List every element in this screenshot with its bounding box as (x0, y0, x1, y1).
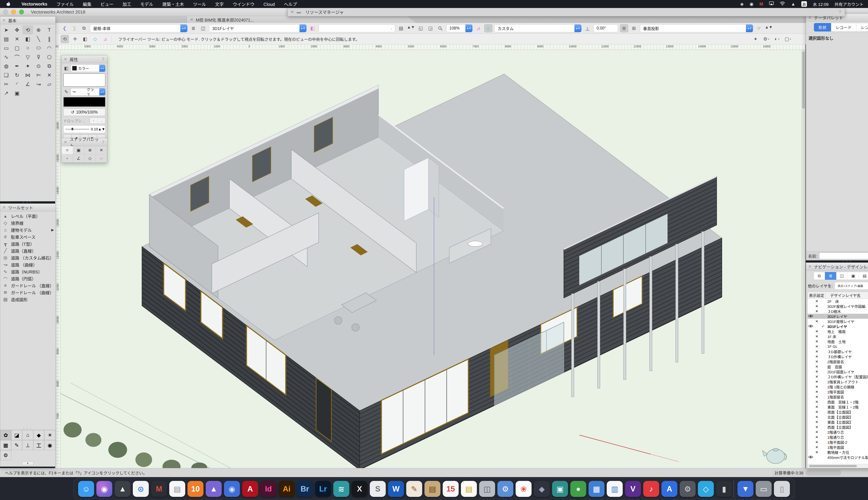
dock-photos[interactable]: ❀ (516, 481, 532, 497)
column-layer-name[interactable]: デザインレイヤ名 (826, 292, 868, 298)
layer-row[interactable]: 庭 造園 14 (808, 364, 868, 369)
menu-item[interactable]: 編集 (78, 2, 96, 7)
layer-row[interactable]: 東面【立面図】 25 (808, 419, 868, 424)
layer-name[interactable]: 南面【立面図】 (826, 409, 868, 414)
flyover-center-mode-button[interactable]: ⟲ (61, 35, 69, 43)
layer-hidden-mark[interactable] (815, 430, 818, 434)
eyedropper-tool[interactable]: ✒ (12, 61, 22, 70)
layer-name[interactable]: 455mm寸法モロジナル製図… (826, 455, 868, 460)
clip-cube-icon[interactable]: ◧ (309, 24, 316, 32)
page-image-icon[interactable]: ▤ (397, 24, 405, 32)
category-furniture[interactable]: ▦ (0, 440, 11, 450)
layer-hidden-mark[interactable] (815, 450, 818, 454)
rotate-tool[interactable]: ↻ (12, 70, 22, 80)
saved-view-chevron-icon[interactable]: ⌄ (388, 24, 395, 32)
layer-row[interactable]: 2D1F図面レイヤ 15 (808, 369, 868, 374)
3d-house-model[interactable] (142, 74, 722, 468)
layer-hidden-mark[interactable] (815, 380, 818, 384)
data-palette-tab[interactable]: 形状 (814, 23, 831, 32)
layer-name[interactable]: ３D基礎レイヤ (826, 349, 868, 354)
menu-item[interactable]: 加工 (118, 2, 136, 7)
snap-smart-edge[interactable]: ◇ (84, 154, 96, 162)
zoom-page-icon[interactable]: ◱ (417, 24, 425, 32)
document-tab[interactable]: ✕ M邸 BIM化 推進本部2024071... (187, 16, 416, 23)
projection-dropdown[interactable]: 垂直投影 ▲▼ (640, 24, 753, 32)
wifi-icon[interactable] (780, 1, 785, 7)
dock-blue-sphere-app[interactable]: ◉ (224, 481, 240, 497)
snap-smart-point[interactable]: ∠ (73, 154, 84, 162)
tool-grading-shape[interactable]: ▤ 造成図形 (2, 296, 55, 303)
dock-illustrator[interactable]: Ai (278, 481, 295, 497)
layer-hidden-mark[interactable] (815, 334, 818, 339)
dock-installer[interactable]: ▼ (738, 481, 753, 497)
class-stepper-icon[interactable]: ▲▼ (180, 24, 187, 32)
layer-row[interactable]: 3D1F屋根レイヤ 5 (808, 319, 868, 324)
extrude-tool[interactable]: ◧ (22, 34, 33, 43)
toolset-collapse-button[interactable]: ▼ (22, 461, 34, 465)
layer-name[interactable]: 1F 床 (826, 334, 868, 339)
active-layer-dropdown[interactable]: 3D1Fレイヤ ▲▼ (209, 24, 307, 32)
layer-row[interactable]: ３D樹木 3 (808, 309, 868, 314)
dock-notes-tan[interactable]: ▤ (424, 481, 441, 497)
layer-visible-eye-icon[interactable] (808, 314, 813, 318)
layer-name[interactable]: 2D1F図面レイヤ (826, 369, 868, 374)
selection-tool[interactable]: ➤ (1, 25, 12, 34)
layer-hidden-mark[interactable] (815, 420, 818, 424)
menu-vectorworks[interactable]: Vectorworks (17, 2, 52, 7)
menu-clock[interactable]: 水 12:09 (813, 1, 829, 7)
category-site-tools[interactable]: ✿ (0, 430, 11, 440)
data-palette-tab[interactable]: レコード (831, 23, 856, 32)
snap-palette-help-icon[interactable]: ? (102, 140, 104, 145)
menu-item[interactable]: ツール (189, 2, 210, 7)
tool-guardrail-curve[interactable]: ≋ ガードレール （曲線） (2, 289, 55, 296)
layer-row[interactable]: 地上 植栽 7 (808, 329, 868, 334)
layer-stepper-icon[interactable]: ▲▼ (299, 24, 306, 32)
flyover-axes-mode-icon[interactable]: ⊿ (101, 35, 109, 43)
nav-tab-design-layers[interactable]: ≣ (825, 272, 836, 280)
layer-hidden-mark[interactable] (815, 319, 818, 323)
dock-bridge[interactable]: Br (297, 481, 313, 497)
dock-siri[interactable]: ◉ (96, 481, 112, 497)
snap-grid[interactable]: ⌗ (61, 146, 73, 154)
spiral-tool[interactable]: ◍ (1, 61, 12, 70)
layer-hidden-mark[interactable] (815, 390, 818, 394)
layer-name[interactable]: 2階部屋名 (826, 359, 868, 364)
layer-hidden-mark[interactable] (815, 385, 818, 389)
resource-manager-minimize-icon[interactable]: ▬ (297, 10, 301, 14)
zoom-stepper-icon[interactable]: ▲▼ (466, 24, 472, 32)
resource-manager-close-icon[interactable]: ✕ (290, 10, 294, 14)
saved-view-dropdown[interactable]: ⌄ (318, 24, 395, 32)
menu-item[interactable]: 文字 (210, 2, 228, 7)
snap-palette-close-icon[interactable]: ✕ (64, 140, 67, 145)
menu-item[interactable]: 建築・土木 (158, 2, 189, 7)
dock-chart-app[interactable]: ▥ (607, 481, 623, 497)
layer-row[interactable]: 2階部屋名 13 (808, 359, 868, 364)
layer-row[interactable]: 地面 土地 9 (808, 339, 868, 344)
layer-hidden-mark[interactable] (815, 329, 818, 333)
pen-preview[interactable] (64, 97, 105, 107)
layer-name[interactable]: 東面【立面図】 (826, 419, 868, 425)
attributes-help-icon[interactable]: ? (102, 57, 104, 62)
line-weight-slider[interactable]: 0.10 ▲▼ (64, 125, 105, 133)
layer-row[interactable]: 北面【立面図】 24 (808, 414, 868, 419)
visibility-tool[interactable]: ⊙ (33, 61, 44, 70)
layer-name[interactable]: 2F 床 (826, 299, 868, 304)
flyover-plan-mode-icon[interactable]: ◇ (91, 35, 99, 43)
dock-trash[interactable]: ▯ (774, 481, 790, 497)
layer-row[interactable]: 2F 床 1 (808, 299, 868, 304)
shared-account-label[interactable]: 共有アカウント (834, 1, 864, 7)
layer-stack-icon[interactable]: ≣ (190, 24, 197, 32)
dock-finder[interactable]: ☺ (78, 481, 94, 497)
snap-distance[interactable]: ▫ (61, 154, 73, 162)
maxon-menu-icon[interactable]: M (760, 1, 763, 7)
category-piping[interactable]: ⊥ (22, 440, 33, 450)
layer-row[interactable]: 東面 窓線１・2階 22 (808, 404, 868, 409)
layer-options-button[interactable]: ≣ (620, 24, 628, 32)
dock-system-gear[interactable]: ⚙ (679, 481, 696, 497)
line-weight-stepper-icon[interactable]: ▲▼ (98, 127, 105, 131)
fill-stepper-icon[interactable]: ▲▼ (99, 65, 105, 72)
class-hierarchy-icon[interactable]: ⧉ (80, 24, 88, 32)
clip-tool[interactable]: ✂ (1, 80, 12, 89)
rounded-rectangle-tool[interactable]: ▢ (12, 43, 22, 53)
layer-hidden-mark[interactable] (815, 299, 818, 303)
